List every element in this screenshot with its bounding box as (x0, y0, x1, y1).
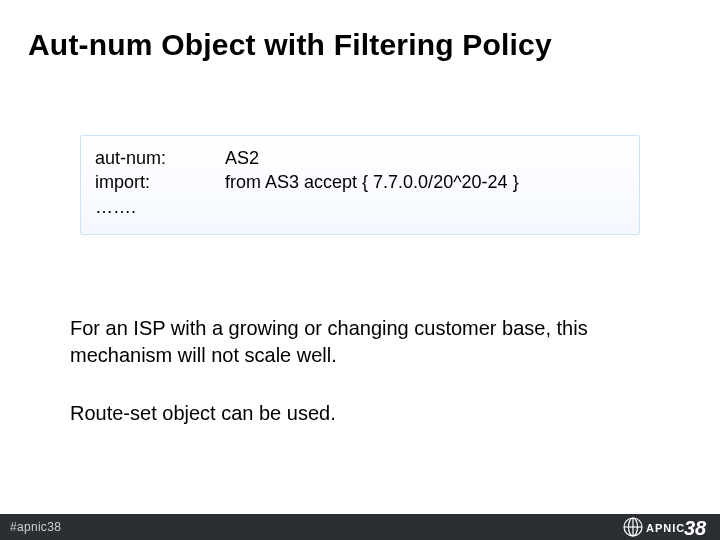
slide: Aut-num Object with Filtering Policy aut… (0, 0, 720, 540)
code-val: from AS3 accept { 7.7.0.0/20^20-24 } (225, 170, 625, 194)
code-box: aut-num: AS2 import: from AS3 accept { 7… (80, 135, 640, 235)
code-val: AS2 (225, 146, 625, 170)
conference-number: 38 (684, 517, 707, 538)
footer-logo: APNIC 38 (622, 516, 710, 538)
footer-bar: #apnic38 APNIC 38 (0, 514, 720, 540)
code-row: ……. (95, 195, 625, 219)
code-row: import: from AS3 accept { 7.7.0.0/20^20-… (95, 170, 625, 194)
code-key: import: (95, 170, 225, 194)
apnic-logo-icon: APNIC 38 (622, 516, 710, 538)
slide-title: Aut-num Object with Filtering Policy (28, 28, 552, 62)
logo-text: APNIC (646, 522, 685, 534)
footer-hashtag: #apnic38 (10, 520, 61, 534)
code-row: aut-num: AS2 (95, 146, 625, 170)
body-paragraph-2: Route-set object can be used. (70, 400, 650, 427)
code-key: aut-num: (95, 146, 225, 170)
body-paragraph-1: For an ISP with a growing or changing cu… (70, 315, 650, 369)
code-val (225, 195, 625, 219)
code-key: ……. (95, 195, 225, 219)
